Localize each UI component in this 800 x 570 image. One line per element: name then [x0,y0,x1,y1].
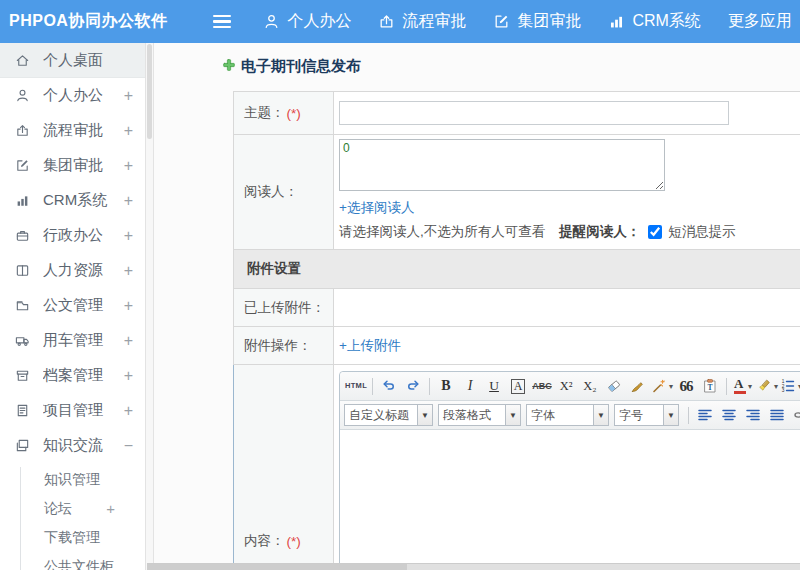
sidebar-item-7[interactable]: 人力资源+ [0,253,145,288]
editor-combo-4[interactable]: 字号▼ [614,404,679,426]
format-painter-button[interactable] [627,376,649,397]
eraser-button[interactable] [603,376,625,397]
nav-item-3[interactable]: 集团审批 [493,11,581,32]
content-label: 内容： [244,532,285,550]
edit-icon [493,13,510,30]
expand-plus-icon[interactable]: + [124,332,133,350]
expand-plus-icon[interactable]: + [124,402,133,420]
book-icon [15,263,30,278]
caret-down-icon[interactable]: ▼ [593,405,608,425]
upload-attachment-link[interactable]: +上传附件 [339,337,401,355]
expand-plus-icon[interactable]: + [124,157,133,175]
align-right-button[interactable] [742,405,764,426]
sidebar-item-5[interactable]: CRM系统+ [0,183,145,218]
subscript-button[interactable]: X₂ [579,376,601,397]
readers-textarea[interactable]: 0 [339,139,665,191]
nav-item-label: CRM系统 [632,11,700,32]
sidebar-item-3[interactable]: 流程审批+ [0,113,145,148]
sidebar-item-8[interactable]: 公文管理+ [0,288,145,323]
undo-icon [381,378,397,394]
collapse-minus-icon[interactable]: − [124,437,133,455]
attachment-ops-label-cell: 附件操作： [234,327,334,364]
autotypeset-button[interactable]: ▾ [651,376,673,397]
expand-plus-icon[interactable]: + [124,227,133,245]
align-left-icon [697,407,713,423]
sidebar-item-label: 流程审批 [43,121,124,140]
ol-icon: 123 [780,378,796,394]
caret-down-icon[interactable]: ▼ [505,405,520,425]
html-source-button[interactable]: HTML [345,376,367,397]
superscript-button[interactable]: X² [555,376,577,397]
page-title: 电子期刊信息发布 [241,57,361,76]
blockquote-button[interactable]: 66 [675,376,697,397]
nav-item-2[interactable]: 流程审批 [378,11,466,32]
sidebar-item-label: 行政办公 [43,226,124,245]
editor-combo-3[interactable]: 字体▼ [526,404,609,426]
expand-plus-icon[interactable]: + [124,122,133,140]
ordered-list-button[interactable]: 123▾ [780,376,800,397]
brush-icon [630,378,646,394]
caret-down-icon[interactable]: ▼ [417,405,432,425]
button-glyph: U [489,379,499,393]
align-left-button[interactable] [694,405,716,426]
sms-notify-checkbox[interactable] [648,225,662,239]
horizontal-scrollbar-thumb[interactable] [147,564,407,570]
subject-cell [334,92,800,134]
expand-plus-icon[interactable]: + [124,297,133,315]
nav-item-1[interactable]: 个人办公 [263,11,351,32]
nav-item-label: 集团审批 [517,11,581,32]
subject-row: 主题： (*) [233,92,800,135]
editor-combo-2[interactable]: 段落格式▼ [438,404,521,426]
underline-button[interactable]: U [483,376,505,397]
toolbar-separator [372,378,373,395]
remind-readers-label: 提醒阅读人： [559,223,640,241]
editor-content-area[interactable] [340,430,800,570]
sidebar-subitem-4[interactable]: 公共文件柜 [0,552,145,570]
sidebar-subitem-3[interactable]: 下载管理 [0,523,145,552]
italic-button[interactable]: I [459,376,481,397]
sidebar-item-4[interactable]: 集团审批+ [0,148,145,183]
content-cell: HTMLBIUAABCX²X₂▾66TA▾▾123▾ 自定义标题▼段落格式▼字体… [334,365,800,570]
strikethrough-button[interactable]: ABC [531,376,553,397]
expand-plus-icon[interactable]: + [106,500,115,517]
sidebar-item-11[interactable]: 项目管理+ [0,393,145,428]
select-readers-link[interactable]: +选择阅读人 [339,200,414,215]
sidebar-item-9[interactable]: 用车管理+ [0,323,145,358]
redo-button[interactable] [402,376,424,397]
expand-plus-icon[interactable]: + [124,192,133,210]
sidebar-item-1[interactable]: 个人桌面 [0,43,145,78]
caret-down-icon[interactable]: ▼ [663,405,678,425]
expand-plus-icon[interactable]: + [124,87,133,105]
nav-item-4[interactable]: CRM系统 [608,11,700,32]
highlight-color-button[interactable]: ▾ [756,376,778,397]
horizontal-scrollbar[interactable] [147,563,800,570]
nav-item-label: 个人办公 [287,11,351,32]
sidebar-scrollbar[interactable] [145,43,154,570]
hamburger-menu-icon[interactable] [209,11,235,33]
sidebar-scrollbar-thumb[interactable] [147,44,152,139]
sidebar-subitem-2[interactable]: 论坛+ [0,494,145,523]
paste-as-text-button[interactable]: T [699,376,721,397]
font-color-button[interactable]: A▾ [732,376,754,397]
expand-plus-icon[interactable]: + [124,367,133,385]
editor-combo-1[interactable]: 自定义标题▼ [344,404,433,426]
bold-button[interactable]: B [435,376,457,397]
link-button[interactable] [790,405,800,426]
align-justify-button[interactable] [766,405,788,426]
sidebar-item-6[interactable]: 行政办公+ [0,218,145,253]
toolbar-separator [726,378,727,395]
user-icon [15,88,30,103]
undo-button[interactable] [378,376,400,397]
subject-input[interactable] [339,101,729,125]
subject-required-mark: (*) [287,106,301,121]
redo-icon [405,378,421,394]
font-style-button[interactable]: A [507,376,529,397]
align-center-button[interactable] [718,405,740,426]
sidebar-item-10[interactable]: 档案管理+ [0,358,145,393]
attachment-section-header: 附件设置 [233,250,800,289]
sidebar-subitem-1[interactable]: 知识管理 [0,465,145,494]
sidebar-item-2[interactable]: 个人办公+ [0,78,145,113]
expand-plus-icon[interactable]: + [124,262,133,280]
nav-item-5[interactable]: 更多应用▼ [728,11,800,32]
sidebar-item-12[interactable]: 知识交流− [0,428,145,463]
